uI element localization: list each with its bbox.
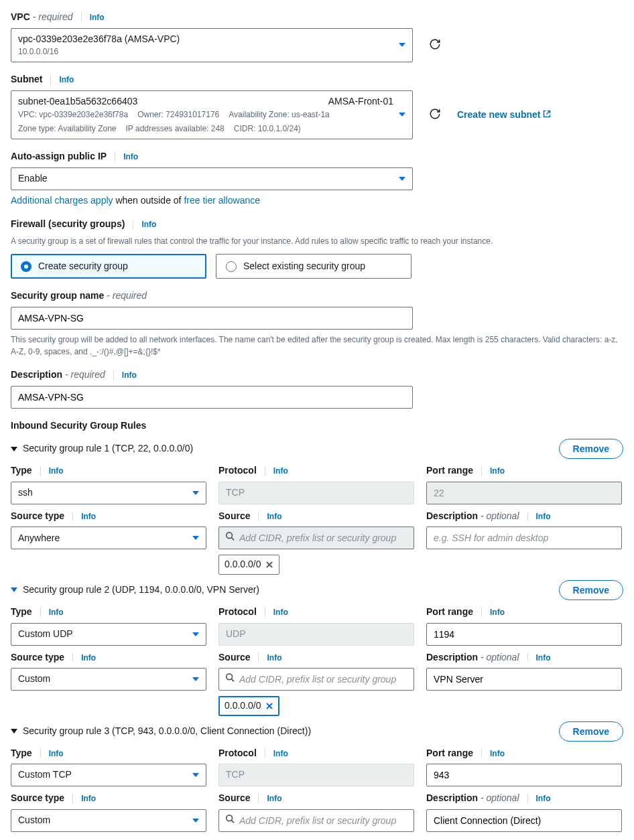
sourcetype-info-link[interactable]: Info (81, 511, 96, 522)
external-link-icon (543, 109, 551, 122)
autoip-select[interactable]: Enable (11, 167, 413, 190)
collapse-icon[interactable] (11, 447, 17, 451)
ruledesc-info-link[interactable]: Info (536, 793, 551, 804)
sourcetype-label: Source type (11, 792, 64, 805)
rule-block: Security group rule 1 (TCP, 22, 0.0.0.0/… (11, 439, 623, 575)
rule-sourcetype-select[interactable]: Custom (11, 809, 206, 832)
remove-rule-button[interactable]: Remove (559, 721, 623, 742)
subnet-refresh-button[interactable] (426, 105, 444, 125)
svg-marker-9 (192, 773, 199, 777)
vpc-select-cidr: 10.0.0.0/16 (18, 46, 393, 58)
rule-desc-input[interactable] (426, 668, 622, 691)
type-label: Type (11, 747, 32, 760)
divider (50, 75, 51, 84)
firewall-label: Firewall (security groups) (11, 218, 125, 231)
sourcetype-info-link[interactable]: Info (81, 652, 96, 664)
existing-sg-radio[interactable]: Select existing security group (216, 254, 411, 279)
close-icon[interactable] (265, 561, 273, 569)
type-info-link[interactable]: Info (49, 607, 64, 618)
remove-rule-button[interactable]: Remove (559, 439, 623, 459)
ruledesc-info-link[interactable]: Info (536, 652, 551, 664)
portrange-label: Port range (426, 606, 473, 619)
portrange-info-link[interactable]: Info (490, 607, 505, 618)
rule-sourcetype-select[interactable]: Anywhere (11, 527, 206, 549)
rule-type-select[interactable]: Custom UDP (11, 623, 206, 646)
svg-marker-1 (399, 113, 405, 117)
rule-desc-input[interactable] (426, 527, 622, 549)
rule-source-input[interactable] (218, 668, 414, 691)
sgname-label: Security group name - required (11, 289, 147, 303)
vpc-select[interactable]: vpc-0339e203e2e36f78a (AMSA-VPC) 10.0.0.… (11, 28, 413, 63)
sgdesc-input[interactable] (11, 386, 413, 409)
source-info-link[interactable]: Info (267, 652, 281, 664)
rule-type-select[interactable]: Custom TCP (11, 764, 206, 786)
remove-rule-button[interactable]: Remove (559, 580, 623, 600)
refresh-icon (429, 38, 441, 52)
source-label: Source (218, 510, 250, 523)
subnet-meta: VPC: vpc-0339e203e2e36f78a Owner: 724931… (18, 109, 393, 135)
svg-point-8 (227, 674, 233, 680)
refresh-icon (429, 108, 441, 122)
rule-protocol-field: UDP (218, 623, 414, 646)
radio-unselected-icon (226, 261, 237, 272)
subnet-select[interactable]: subnet-0ea1b5a5632c66403 AMSA-Front-01 V… (11, 90, 413, 139)
firewall-info-link[interactable]: Info (141, 219, 156, 230)
divider (133, 220, 133, 229)
close-icon[interactable] (265, 702, 273, 710)
rule-summary: Security group rule 2 (UDP, 1194, 0.0.0.… (23, 583, 259, 597)
vpc-refresh-button[interactable] (426, 36, 444, 55)
rule-port-input[interactable] (426, 764, 622, 786)
ruledesc-label: Description - optional (426, 510, 519, 523)
sgdesc-info-link[interactable]: Info (122, 370, 137, 381)
caret-down-icon (399, 177, 405, 181)
protocol-info-link[interactable]: Info (273, 607, 288, 618)
source-chip[interactable]: 0.0.0.0/0 (218, 696, 279, 716)
rule-type-value: Custom TCP (18, 768, 72, 782)
subnet-label: Subnet (11, 73, 42, 86)
ruledesc-label: Description - optional (426, 792, 519, 805)
create-sg-label: Create security group (38, 260, 128, 273)
create-sg-radio[interactable]: Create security group (11, 254, 206, 279)
autoip-info-link[interactable]: Info (123, 151, 138, 163)
protocol-info-link[interactable]: Info (273, 748, 288, 760)
rule-summary: Security group rule 3 (TCP, 943, 0.0.0.0… (23, 725, 311, 738)
rule-sourcetype-select[interactable]: Custom (11, 668, 206, 691)
rule-protocol-field: TCP (218, 764, 414, 786)
rule-port-input[interactable] (426, 623, 622, 646)
source-info-link[interactable]: Info (267, 511, 281, 522)
sgname-input[interactable] (11, 307, 413, 330)
collapse-icon[interactable] (11, 587, 17, 592)
vpc-info-link[interactable]: Info (90, 12, 105, 23)
search-icon (225, 532, 235, 545)
radio-selected-icon (21, 261, 31, 272)
charges-text: when outside of (113, 195, 184, 206)
caret-down-icon (399, 43, 405, 47)
portrange-info-link[interactable]: Info (490, 748, 505, 760)
ruledesc-info-link[interactable]: Info (536, 511, 551, 522)
rule-block: Security group rule 2 (UDP, 1194, 0.0.0.… (11, 580, 623, 716)
type-label: Type (11, 606, 32, 619)
rule-desc-input[interactable] (426, 809, 622, 832)
source-chip[interactable]: 0.0.0.0/0 (218, 555, 279, 575)
vpc-select-value: vpc-0339e203e2e36f78a (AMSA-VPC) (18, 33, 393, 46)
rule-protocol-field: TCP (218, 482, 414, 504)
caret-down-icon (399, 113, 405, 117)
collapse-icon[interactable] (11, 729, 17, 733)
subnet-id: subnet-0ea1b5a5632c66403 (18, 95, 137, 109)
charges-link-2[interactable]: free tier allowance (184, 195, 260, 206)
type-info-link[interactable]: Info (49, 748, 64, 760)
protocol-info-link[interactable]: Info (273, 466, 288, 477)
type-info-link[interactable]: Info (49, 466, 64, 477)
source-info-link[interactable]: Info (267, 793, 281, 804)
subnet-info-link[interactable]: Info (59, 74, 74, 86)
charges-link-1[interactable]: Additional charges apply (11, 195, 113, 206)
firewall-desc: A security group is a set of firewall ru… (11, 235, 623, 247)
rule-source-input[interactable] (218, 809, 414, 832)
subnet-name: AMSA-Front-01 (328, 95, 393, 109)
rule-type-select[interactable]: ssh (11, 482, 206, 504)
create-subnet-link[interactable]: Create new subnet (457, 109, 551, 122)
vpc-label: VPC - required (11, 11, 73, 24)
sourcetype-info-link[interactable]: Info (81, 793, 96, 804)
portrange-info-link[interactable]: Info (490, 466, 505, 477)
caret-down-icon (192, 819, 199, 823)
